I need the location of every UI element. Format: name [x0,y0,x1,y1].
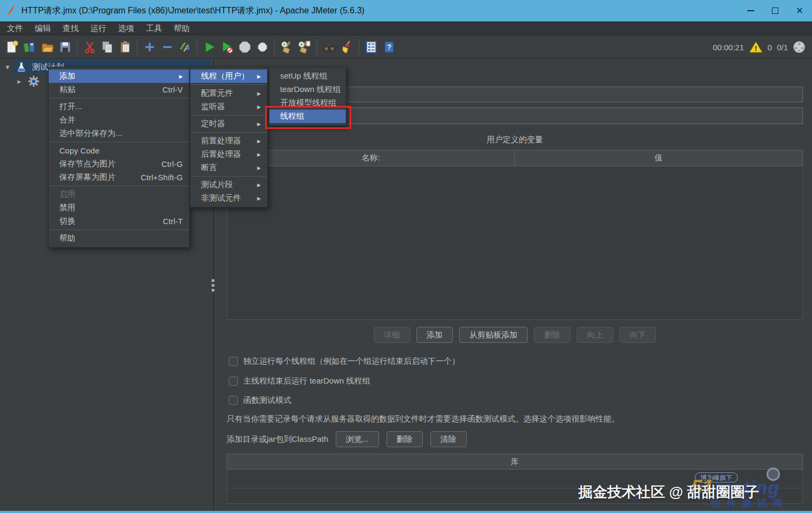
run-thread-groups-serial-row: 独立运行每个线程组（例如在一个组运行结束后启动下一个） [229,356,460,366]
menu-help[interactable]: 帮助 [168,21,196,35]
submenu-item-timer[interactable]: 定时器▶ [190,117,267,131]
new-file-icon[interactable] [3,39,21,56]
svg-text:?: ? [386,43,391,51]
minimize-button[interactable] [738,0,763,21]
clear-all-icon[interactable] [296,39,313,56]
functional-mode-note: 只有当你需要记录每个请求从服务器取得的数据到文件时才需要选择函数测试模式。选择这… [227,414,804,424]
submenu-arrow-icon: ▶ [257,182,261,188]
classpath-clear-button[interactable]: 清除 [430,431,467,447]
menu-item-copy-code[interactable]: Copy Code [49,144,189,157]
menu-search[interactable]: 查找 [57,21,84,35]
chevron-down-icon[interactable]: ▾ [3,63,12,71]
menu-item-merge[interactable]: 合并 [49,113,189,127]
warning-icon[interactable]: ! [749,41,763,53]
help-icon[interactable]: ? [380,39,398,56]
submenu-arrow-icon: ▶ [257,165,261,171]
menu-item-help[interactable]: 帮助 [49,232,189,245]
classpath-row: 添加目录或jar包到ClassPath 浏览... 删除 清除 [227,431,467,447]
add-button[interactable]: 添加 [416,327,453,343]
title-bar: HTTP请求.jmx (D:\Program Files (x86)\Jmete… [0,0,812,21]
menu-run[interactable]: 运行 [84,21,112,35]
classpath-delete-button[interactable]: 删除 [386,431,423,447]
submenu-arrow-icon: ▶ [257,104,261,110]
start-no-timers-icon[interactable] [218,39,236,56]
menu-item-save-screen-as-image[interactable]: 保存屏幕为图片Ctrl+Shift-G [49,171,189,184]
context-menu: 添加▶ 粘贴Ctrl-V 打开... 合并 选中部分保存为... Copy Co… [48,67,190,248]
clear-search-icon[interactable] [338,39,355,56]
submenu-item-config-element[interactable]: 配置元件▶ [190,87,267,100]
variables-table-body[interactable] [227,166,803,320]
templates-icon[interactable] [21,39,38,56]
add-from-clipboard-button[interactable]: 从剪贴板添加 [459,327,528,343]
menu-item-open[interactable]: 打开... [49,100,189,113]
classpath-label: 添加目录或jar包到ClassPath [227,434,328,445]
user-defined-variables-title: 用户定义的变量 [227,135,803,145]
search-icon[interactable] [320,39,338,56]
test-plan-flask-icon [16,62,27,72]
submenu-item-setup-thread-group[interactable]: setUp 线程组 [269,70,346,83]
splitter-drag-handle[interactable] [212,279,214,292]
log-error-count: 0 [768,43,772,52]
menu-item-toggle[interactable]: 切换Ctrl-T [49,215,189,228]
serial-checkbox[interactable] [229,357,238,366]
open-file-icon[interactable] [38,39,56,56]
teardown-checkbox[interactable] [229,377,238,386]
menu-separator [191,85,267,85]
menu-separator [49,98,189,98]
up-button: 向上 [577,327,613,343]
menu-separator [191,176,267,177]
menu-item-add[interactable]: 添加▶ [49,70,189,83]
serial-checkbox-label: 独立运行每个线程组（例如在一个组运行结束后启动下一个） [243,356,460,366]
cut-icon[interactable] [81,39,98,56]
gear-icon [28,75,40,87]
submenu-item-preprocessor[interactable]: 前置处理器▶ [190,134,267,148]
clear-icon[interactable] [278,39,296,56]
submenu-item-test-fragment[interactable]: 测试片段▶ [190,178,267,192]
add-element-icon[interactable] [141,39,158,56]
chevron-right-icon[interactable]: ▸ [15,77,24,86]
column-header-name[interactable]: 名称: [227,150,515,166]
submenu-item-listener[interactable]: 监听器▶ [190,100,267,113]
menu-separator [49,142,189,142]
remove-element-icon[interactable] [158,39,176,56]
toolbar-separator [137,39,137,55]
close-button[interactable]: × [787,0,812,21]
submenu-arrow-icon: ▶ [257,74,261,79]
window-title: HTTP请求.jmx (D:\Program Files (x86)\Jmete… [21,5,365,17]
menu-edit[interactable]: 编辑 [29,21,57,35]
submenu-arrow-icon: ▶ [257,91,261,96]
menu-separator [49,229,189,230]
menu-item-save-node-as-image[interactable]: 保存节点为图片Ctrl-G [49,157,189,171]
submenu-item-postprocessor[interactable]: 后置处理器▶ [190,148,267,161]
column-header-library[interactable]: 库 [227,454,802,469]
shutdown-icon[interactable] [253,39,271,56]
variables-button-row: 详细 添加 从剪贴板添加 删除 向上 向下 [227,327,803,343]
menu-options[interactable]: 选项 [112,21,140,35]
thread-indicator-icon [793,41,806,53]
functional-mode-checkbox[interactable] [229,396,238,405]
column-header-value[interactable]: 值 [515,150,802,166]
submenu-item-threads-users[interactable]: 线程（用户）▶ [190,70,267,83]
functional-mode-checkbox-label: 函数测试模式 [243,395,291,405]
menu-item-disable[interactable]: 禁用 [49,201,189,215]
thread-count: 0/1 [777,43,788,52]
menu-item-paste[interactable]: 粘贴Ctrl-V [49,83,189,96]
submenu-item-assertion[interactable]: 断言▶ [190,161,267,174]
save-icon[interactable] [56,39,74,56]
stop-icon[interactable] [236,39,253,56]
paste-icon[interactable] [116,39,134,56]
menu-item-save-selection-as[interactable]: 选中部分保存为... [49,127,189,140]
start-icon[interactable] [200,39,218,56]
function-helper-icon[interactable] [362,39,380,56]
maximize-button[interactable] [763,0,787,21]
submenu-item-non-test-element[interactable]: 非测试元件▶ [190,192,267,205]
menu-tools[interactable]: 工具 [140,21,168,35]
copy-icon[interactable] [98,39,116,56]
submenu-item-teardown-thread-group[interactable]: tearDown 线程组 [269,83,346,96]
toggle-element-icon[interactable] [176,39,194,56]
toolbar-separator [316,39,317,55]
teardown-checkbox-label: 主线程结束后运行 tearDown 线程组 [243,376,370,386]
toolbar-status: 00:00:21 ! 0 0/1 [713,41,812,53]
menu-file[interactable]: 文件 [1,21,29,35]
browse-button[interactable]: 浏览... [336,431,379,447]
